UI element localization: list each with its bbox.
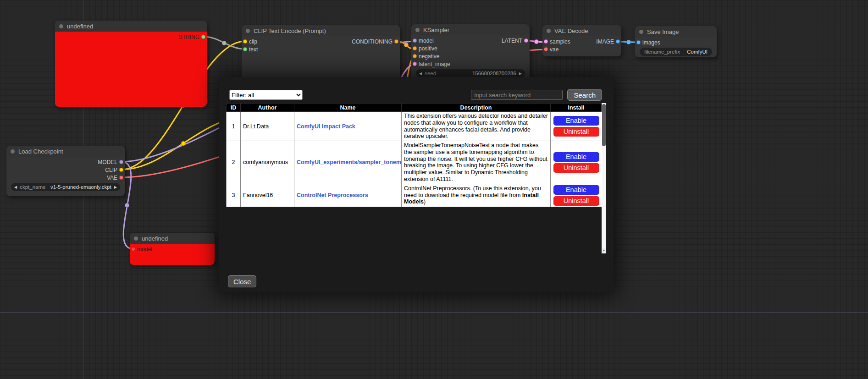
output-dot-vae[interactable] (119, 176, 123, 180)
extension-name-cell: ComfyUI Impact Pack (294, 112, 402, 141)
node-header[interactable]: undefined (130, 233, 215, 244)
slot-label: latent_image (419, 61, 450, 67)
output-dot-image[interactable] (616, 39, 620, 44)
extension-description: ModelSamplerTonemapNoiseTest a node that… (402, 141, 551, 184)
widget-value: ComfyUI (687, 49, 708, 55)
input-slot-model: model (131, 246, 152, 253)
input-slot-clip: clip (243, 38, 257, 45)
decrement-arrow-icon[interactable]: ◀ (419, 71, 422, 76)
collapse-dot-icon[interactable] (59, 24, 63, 28)
input-dot-text[interactable] (243, 47, 247, 51)
widget-label: ckpt_name (20, 184, 45, 190)
uninstall-button[interactable]: Uninstall (553, 127, 599, 137)
link-midpoint-dot[interactable] (404, 43, 409, 47)
input-dot-samples[interactable] (544, 39, 548, 44)
link-midpoint-dot[interactable] (534, 39, 539, 44)
input-dot-clip[interactable] (243, 39, 247, 44)
node-header[interactable]: KSampler (411, 24, 530, 35)
input-dot-latent-image[interactable] (413, 62, 417, 66)
scrollbar-down-button[interactable]: ▼ (602, 248, 606, 253)
decrement-arrow-icon[interactable]: ◀ (14, 185, 17, 189)
seed-widget[interactable]: ◀ seed 156680208700286 ▶ (416, 69, 525, 77)
slot-label: LATENT (502, 38, 522, 44)
slot-label: model (137, 246, 152, 253)
enable-button[interactable]: Enable (553, 116, 599, 126)
output-slot-vae: VAE (107, 175, 123, 181)
enable-button[interactable]: Enable (553, 152, 599, 162)
node-header[interactable]: VAE Decode (542, 25, 621, 36)
node-header[interactable]: undefined (55, 21, 207, 32)
column-header: ID (227, 104, 241, 112)
input-slot-negative: negative (413, 53, 439, 60)
input-dot-model[interactable] (131, 247, 135, 251)
extension-name-link[interactable]: ControlNet Preprocessors (297, 192, 368, 198)
scrollbar-thumb[interactable] (602, 104, 606, 146)
install-cell: EnableUninstall (551, 112, 602, 141)
table-scrollbar[interactable]: ▼ (602, 103, 606, 253)
ckpt-name-widget[interactable]: ◀ ckpt_name v1-5-pruned-emaonly.ckpt ▶ (11, 183, 120, 191)
node-title: Save Image (647, 28, 679, 35)
node-undefined-bottom[interactable]: undefined model (130, 233, 215, 265)
uninstall-button[interactable]: Uninstall (553, 196, 599, 206)
install-cell: EnableUninstall (551, 184, 602, 207)
comfyui-canvas[interactable]: undefined STRING CLIP Text Encode (Promp… (0, 0, 868, 379)
extension-description: This extension offers various detector n… (402, 112, 551, 141)
collapse-dot-icon[interactable] (415, 28, 420, 32)
output-dot-latent[interactable] (524, 38, 528, 43)
extensions-grid: IDAuthorNameDescriptionInstall 1Dr.Lt.Da… (226, 103, 606, 253)
input-dot-positive[interactable] (413, 46, 417, 50)
slot-label: model (419, 38, 434, 44)
collapse-dot-icon[interactable] (246, 29, 250, 33)
search-button[interactable]: Search (567, 89, 602, 101)
node-vae-decode[interactable]: VAE Decode samples IMAGE vae (542, 25, 621, 56)
output-dot-conditioning[interactable] (394, 39, 398, 44)
slot-label: samples (550, 38, 570, 45)
extension-name-link[interactable]: ComfyUI_experiments/sampler_tonemap (297, 159, 402, 165)
column-header: Description (402, 104, 551, 112)
node-title: VAE Decode (554, 27, 588, 34)
input-dot-images[interactable] (636, 40, 641, 44)
collapse-dot-icon[interactable] (639, 30, 643, 34)
slot-label: positive (419, 45, 437, 52)
link-midpoint-dot[interactable] (125, 203, 129, 208)
collapse-dot-icon[interactable] (134, 236, 138, 241)
input-slot-model: model (413, 38, 434, 44)
collapse-dot-icon[interactable] (11, 149, 15, 154)
link-midpoint-dot[interactable] (222, 41, 227, 45)
slot-label: CONDITIONING (352, 38, 393, 45)
node-header[interactable]: Load Checkpoint (6, 146, 125, 157)
node-undefined-top[interactable]: undefined STRING (55, 21, 207, 107)
increment-arrow-icon[interactable]: ▶ (114, 185, 117, 189)
output-dot-model[interactable] (119, 160, 123, 164)
extensions-table: IDAuthorNameDescriptionInstall 1Dr.Lt.Da… (226, 103, 602, 207)
input-dot-vae[interactable] (544, 47, 548, 51)
node-load-checkpoint[interactable]: Load Checkpoint MODEL CLIP VAE (6, 146, 125, 196)
extension-name-link[interactable]: ComfyUI Impact Pack (297, 123, 355, 130)
node-header[interactable]: CLIP Text Encode (Prompt) (242, 25, 400, 36)
collapse-dot-icon[interactable] (547, 29, 551, 33)
enable-button[interactable]: Enable (553, 185, 599, 195)
uninstall-button[interactable]: Uninstall (553, 163, 599, 173)
output-slot-latent: LATENT (502, 38, 528, 44)
node-header[interactable]: Save Image (635, 26, 717, 37)
input-dot-model[interactable] (413, 38, 417, 43)
column-header: Install (551, 104, 602, 112)
output-dot-clip[interactable] (119, 168, 123, 172)
slot-label: MODEL (98, 159, 117, 165)
filename-prefix-widget[interactable]: filename_prefix ComfyUI (640, 48, 712, 56)
input-dot-negative[interactable] (413, 54, 417, 58)
output-slot-string: STRING (179, 34, 205, 40)
node-title: Load Checkpoint (18, 148, 63, 155)
increment-arrow-icon[interactable]: ▶ (519, 71, 522, 76)
widget-value: 156680208700286 (472, 71, 516, 76)
search-input[interactable] (471, 90, 563, 100)
link-midpoint-dot[interactable] (626, 40, 631, 44)
filter-select[interactable]: Filter: all (229, 90, 303, 100)
node-save-image[interactable]: Save Image images filename_prefix ComfyU… (635, 26, 717, 57)
link-midpoint-dot[interactable] (181, 141, 186, 146)
node-ksampler[interactable]: KSampler model LATENT positive (411, 24, 530, 84)
output-dot-string[interactable] (201, 35, 205, 39)
node-clip-text-encode[interactable]: CLIP Text Encode (Prompt) clip CONDITION… (242, 25, 400, 85)
input-slot-text: text (243, 46, 258, 53)
close-button[interactable]: Close (228, 275, 256, 287)
